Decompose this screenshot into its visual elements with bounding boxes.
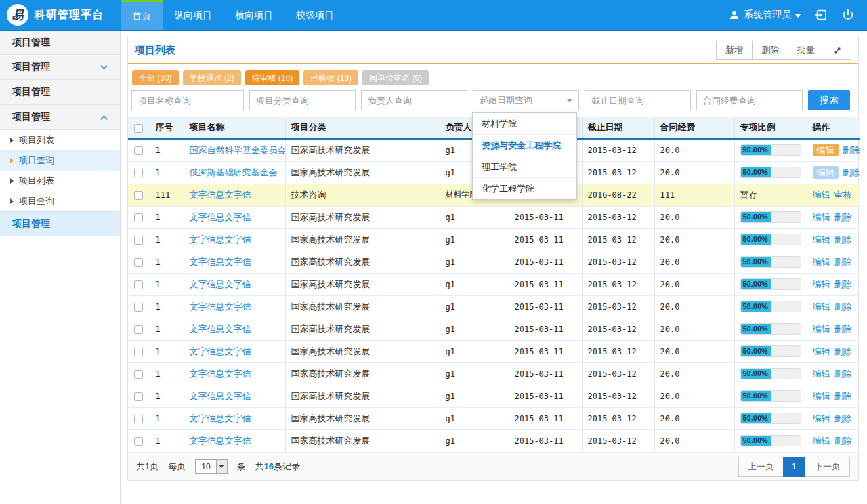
edit-action[interactable]: 编辑 <box>813 413 830 423</box>
toolbar-button[interactable]: 新增 <box>716 41 753 60</box>
expand-button[interactable] <box>824 41 851 60</box>
project-name-link[interactable]: 文字信息文字信 <box>190 391 251 401</box>
row-checkbox[interactable] <box>134 258 143 267</box>
search-input[interactable] <box>585 90 691 110</box>
filter-tab[interactable]: 同单位重名 (0) <box>362 70 429 85</box>
edit-action[interactable]: 编辑 <box>813 257 830 267</box>
per-page-caret-icon[interactable] <box>216 460 227 473</box>
row-checkbox[interactable] <box>134 370 143 379</box>
select-all-checkbox[interactable] <box>134 124 143 133</box>
sidebar-group[interactable]: 项目管理 <box>0 55 120 80</box>
edit-action[interactable]: 编辑 <box>813 166 839 179</box>
delete-action[interactable]: 删除 <box>834 279 852 289</box>
filter-tab[interactable]: 学校通过 (2) <box>183 70 241 85</box>
row-checkbox[interactable] <box>134 169 143 177</box>
delete-action[interactable]: 删除 <box>834 234 852 245</box>
user-menu[interactable]: 系统管理员 <box>729 9 801 21</box>
filter-tab[interactable]: 已验收 (18) <box>303 70 358 85</box>
sidebar-item[interactable]: 项目查询 <box>0 191 120 211</box>
edit-action[interactable]: 编辑 <box>813 369 830 379</box>
row-checkbox[interactable] <box>134 392 143 401</box>
edit-action[interactable]: 编辑 <box>813 234 830 245</box>
edit-action[interactable]: 编辑 <box>813 301 830 312</box>
project-name-link[interactable]: 文字信息文字信 <box>190 369 251 379</box>
delete-action[interactable]: 删除 <box>843 145 860 155</box>
edit-action[interactable]: 编辑 <box>813 391 830 401</box>
project-name-link[interactable]: 文字信息文字信 <box>190 234 251 245</box>
sidebar-group[interactable]: 项目管理 <box>0 211 120 236</box>
edit-action[interactable]: 编辑 <box>813 436 830 446</box>
power-icon[interactable] <box>841 8 855 22</box>
row-checkbox[interactable] <box>134 146 143 155</box>
sidebar-group[interactable]: 项目管理 <box>0 80 120 105</box>
delete-action[interactable]: 删除 <box>834 413 852 423</box>
review-action[interactable]: 审核 <box>834 190 852 200</box>
nav-tab[interactable]: 校级项目 <box>284 0 345 30</box>
search-input[interactable] <box>249 90 356 110</box>
edit-action[interactable]: 编辑 <box>813 190 830 200</box>
project-name-link[interactable]: 文字信息文字信 <box>190 346 251 356</box>
start-date-select[interactable]: 起始日期查询 <box>473 90 579 110</box>
search-input[interactable] <box>131 90 244 110</box>
delete-action[interactable]: 删除 <box>834 257 852 267</box>
per-page-select[interactable]: 10 <box>195 459 227 474</box>
project-name-link[interactable]: 文字信息文字信 <box>190 413 251 423</box>
delete-action[interactable]: 删除 <box>834 346 852 356</box>
dropdown-option[interactable]: 理工学院 <box>473 156 576 178</box>
project-name-link[interactable]: 文字信息文字信 <box>190 279 251 289</box>
search-button[interactable]: 搜索 <box>808 90 850 110</box>
row-checkbox[interactable] <box>134 236 143 245</box>
row-checkbox[interactable] <box>134 191 143 200</box>
project-name-link[interactable]: 文字信息文字信 <box>190 436 251 446</box>
delete-action[interactable]: 删除 <box>834 212 852 222</box>
sidebar-group[interactable]: 项目管理 <box>0 30 120 55</box>
next-page-button[interactable]: 下一页 <box>805 457 850 477</box>
edit-action[interactable]: 编辑 <box>813 212 830 222</box>
row-checkbox[interactable] <box>134 415 143 423</box>
dropdown-option[interactable]: 材料学院 <box>473 113 576 135</box>
nav-tab[interactable]: 横向项目 <box>224 0 284 30</box>
delete-action[interactable]: 删除 <box>834 369 852 379</box>
sidebar-item[interactable]: 项目查询 <box>0 150 120 171</box>
project-name-link[interactable]: 国家自然科学基金委员会 <box>190 145 286 155</box>
search-input[interactable] <box>361 90 467 110</box>
delete-action[interactable]: 删除 <box>834 324 852 334</box>
row-checkbox[interactable] <box>134 325 143 334</box>
project-name-link[interactable]: 俄罗斯基础研究基金会 <box>190 167 278 177</box>
project-name-link[interactable]: 文字信息文字信 <box>190 301 251 312</box>
row-checkbox[interactable] <box>134 348 143 356</box>
delete-action[interactable]: 删除 <box>843 167 860 177</box>
toolbar-button[interactable]: 批量 <box>788 41 824 60</box>
dropdown-option[interactable]: 化学工程学院 <box>473 178 576 199</box>
edit-action[interactable]: 编辑 <box>813 346 830 356</box>
prev-page-button[interactable]: 上一页 <box>738 457 784 477</box>
filter-tab[interactable]: 全部 (30) <box>132 70 179 85</box>
app-title: 科研管理平台 <box>35 8 104 22</box>
search-input[interactable] <box>696 90 803 110</box>
edit-action[interactable]: 编辑 <box>813 279 830 289</box>
switch-account-icon[interactable] <box>814 8 828 22</box>
delete-action[interactable]: 删除 <box>834 301 852 312</box>
sidebar-item[interactable]: 项目列表 <box>0 171 120 191</box>
row-checkbox[interactable] <box>134 280 143 289</box>
sidebar-group[interactable]: 项目管理 <box>0 105 120 130</box>
project-name-link[interactable]: 文字信息文字信 <box>190 257 251 267</box>
toolbar-button[interactable]: 删除 <box>752 41 788 60</box>
nav-tab[interactable]: 纵向项目 <box>163 0 224 30</box>
nav-tab[interactable]: 首页 <box>121 0 163 30</box>
row-checkbox[interactable] <box>134 303 143 312</box>
row-checkbox[interactable] <box>134 437 143 446</box>
project-name-link[interactable]: 文字信息文字信 <box>190 190 251 200</box>
filter-tab[interactable]: 待审核 (10) <box>245 70 300 85</box>
delete-action[interactable]: 删除 <box>834 391 852 401</box>
project-name-link[interactable]: 文字信息文字信 <box>190 212 251 222</box>
delete-action[interactable]: 删除 <box>834 436 852 446</box>
current-page-button[interactable]: 1 <box>783 457 805 477</box>
sidebar-item[interactable]: 项目列表 <box>0 130 120 150</box>
edit-action[interactable]: 编辑 <box>813 324 830 334</box>
leader-cell: g1 <box>440 251 509 273</box>
dropdown-option[interactable]: 资源与安全工程学院 <box>473 135 576 156</box>
project-name-link[interactable]: 文字信息文字信 <box>190 324 251 334</box>
row-checkbox[interactable] <box>134 213 143 222</box>
edit-action[interactable]: 编辑 <box>813 144 839 156</box>
